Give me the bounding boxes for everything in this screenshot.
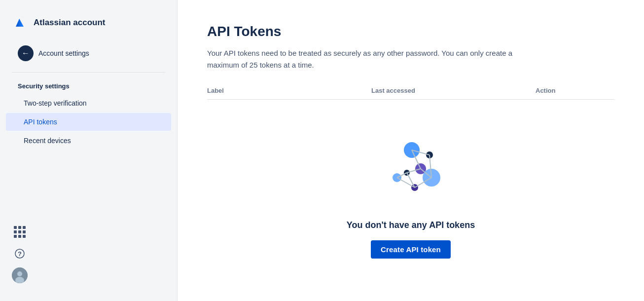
sidebar: Atlassian account ← Account settings Sec… [0,0,178,301]
col-label: Label [207,87,371,94]
apps-icon[interactable] [12,224,28,240]
col-action: Action [536,87,614,94]
col-last-accessed: Last accessed [371,87,536,94]
main-content: API Tokens Your API tokens need to be tr… [178,0,644,301]
empty-state: You don't have any API tokens Create API… [207,110,614,278]
account-settings-label: Account settings [38,49,89,57]
page-description: Your API tokens need to be treated as se… [207,47,533,71]
empty-illustration [371,129,450,208]
empty-state-title: You don't have any API tokens [347,220,475,230]
back-icon: ← [18,45,34,61]
account-settings-back-link[interactable]: ← Account settings [6,40,171,66]
sidebar-item-recent-devices[interactable]: Recent devices [6,132,171,150]
create-api-token-button[interactable]: Create API token [371,240,451,259]
page-title: API Tokens [207,24,614,39]
svg-text:?: ? [18,250,22,258]
sidebar-bottom: ? [0,216,177,291]
user-avatar[interactable] [12,267,28,283]
svg-point-3 [17,271,22,276]
security-section-title: Security settings [0,78,177,94]
sidebar-divider [12,72,165,73]
sidebar-header: Atlassian account [0,10,177,40]
app-title: Atlassian account [34,18,106,28]
sidebar-item-two-step[interactable]: Two-step verification [6,94,171,112]
help-icon[interactable]: ? [12,246,28,262]
table-header: Label Last accessed Action [207,87,614,100]
atlassian-logo-icon [12,15,28,31]
sidebar-item-api-tokens[interactable]: API tokens [6,113,171,131]
